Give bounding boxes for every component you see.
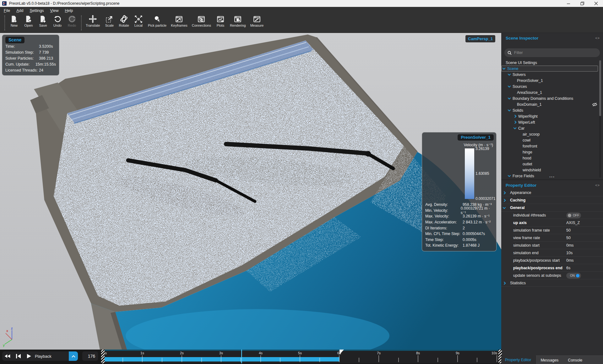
stat-row: Simulation Step: 7 739 [5, 49, 56, 55]
skip-to-start-icon [16, 354, 21, 359]
property-editor-header: Property Editor <> [501, 179, 603, 190]
tree-item-wiperleft[interactable]: WiperLeft [501, 119, 601, 125]
pick-particle-button[interactable]: Pick particle [146, 14, 169, 27]
chevron-down-icon[interactable] [503, 206, 506, 209]
open-button[interactable]: Open [21, 14, 36, 27]
rotate-button[interactable]: Rotate [117, 14, 131, 27]
plots-icon [216, 15, 225, 23]
open-document-icon [24, 15, 33, 23]
undo-button[interactable]: Undo [50, 14, 65, 27]
plots-button[interactable]: Plots [213, 14, 228, 27]
chevron-right-icon[interactable] [503, 199, 506, 202]
timeline-left-handle[interactable] [101, 350, 105, 363]
chevron-down-icon[interactable] [513, 126, 517, 129]
measure-button[interactable]: Measure [248, 14, 266, 27]
save-button[interactable]: Save [36, 14, 50, 27]
toggle-knob [576, 274, 579, 277]
tree-item-scene[interactable]: Scene [501, 66, 598, 72]
tree-item-boxdomain-1[interactable]: BoxDomain_1 [501, 101, 601, 107]
skip-to-start-button[interactable] [13, 351, 24, 361]
chevron-down-icon[interactable] [508, 84, 511, 88]
local-button[interactable]: Local [131, 14, 146, 27]
chevron-down-icon[interactable] [503, 67, 506, 70]
tree-item-car[interactable]: Car [501, 125, 601, 131]
tree-item-outlet[interactable]: outlet [501, 161, 601, 167]
tree-item-solvers[interactable]: Solvers [501, 72, 601, 78]
timeline[interactable]: 0s 1s 2s 3s 4s 5s 6s 7s 8s 9s 10s [101, 350, 502, 364]
prop-update-sensors-at-substeps[interactable]: update sensors at substeps ON [501, 272, 603, 279]
tab-property-editor[interactable]: Property Editor [501, 356, 536, 364]
filter-box[interactable] [504, 48, 600, 57]
rewind-button[interactable] [2, 351, 13, 361]
tree-item-scene-ui-settings[interactable]: Scene UI Settings [501, 60, 601, 66]
filter-input[interactable] [514, 51, 589, 55]
chevron-right-icon[interactable] [503, 281, 506, 285]
prop-simulation-frame-rate[interactable]: simulation frame rate 50 [501, 227, 603, 234]
scrollbar-thumb[interactable] [599, 60, 601, 116]
prop-playback-postprocess-start[interactable]: playback/postprocess start 0ms [501, 257, 603, 264]
section-caching[interactable]: Caching [501, 196, 603, 204]
prop-individual-threads[interactable]: individual #threads OFF [501, 211, 603, 219]
tab-console[interactable]: Console [563, 356, 587, 364]
minimize-button[interactable] [562, 0, 575, 7]
chevron-right-icon[interactable] [513, 121, 517, 124]
tree-item-wiperright[interactable]: WiperRight [501, 113, 601, 119]
close-button[interactable] [589, 0, 603, 7]
connections-button[interactable]: Connections [190, 14, 213, 27]
section-statistics[interactable]: Statistics [501, 279, 603, 287]
play-button[interactable] [24, 351, 34, 361]
panel-splitter[interactable]: ... [501, 174, 603, 178]
tree-item-hood[interactable]: hood [501, 155, 601, 161]
prop-simulation-start[interactable]: simulation start 0ms [501, 242, 603, 249]
camera-badge[interactable]: CamPersp_1 [465, 35, 495, 42]
scale-button[interactable]: Scale [102, 14, 117, 27]
menu-file[interactable]: File [1, 8, 13, 14]
prop-up-axis[interactable]: up axis AXIS_Z [501, 219, 603, 227]
tree-item-air-scoop[interactable]: air_scoop [501, 131, 601, 137]
menu-view[interactable]: View [47, 8, 62, 14]
translate-button[interactable]: Translate [84, 14, 102, 27]
chevron-down-icon[interactable] [508, 96, 511, 99]
measure-icon [252, 15, 262, 23]
chevron-down-icon[interactable] [508, 72, 511, 76]
tree-item-boundary-domains[interactable]: Boundary Domains and Conditions [501, 95, 601, 101]
section-general[interactable]: General [501, 204, 603, 211]
viewport-3d[interactable]: Scene Time: 3.5200s Simulation Step: 7 7… [0, 33, 502, 350]
hidden-eye-icon[interactable] [592, 102, 597, 107]
tab-messages[interactable]: Messages [536, 356, 563, 364]
tree-scrollbar[interactable] [599, 60, 601, 178]
chevron-down-icon[interactable] [508, 108, 511, 111]
restore-button[interactable] [575, 0, 589, 7]
chevron-right-icon[interactable] [503, 191, 506, 194]
redo-button[interactable]: Redo [65, 14, 79, 27]
tree-item-hinge[interactable]: hinge [501, 149, 601, 155]
svg-text:x: x [6, 329, 8, 333]
new-button[interactable]: New [7, 14, 21, 27]
prop-view-frame-rate[interactable]: view frame rate 50 [501, 234, 603, 242]
keyframes-button[interactable]: Keyframes [169, 14, 190, 27]
tree-item-forefront[interactable]: forefront [501, 143, 601, 149]
prop-simulation-end[interactable]: simulation end 10s [501, 249, 603, 257]
menu-help[interactable]: Help [62, 8, 76, 14]
toggle-off[interactable]: OFF [566, 212, 581, 218]
rendering-button[interactable]: Rendering [228, 14, 248, 27]
tree-item-cowl[interactable]: cowl [501, 137, 601, 143]
section-appearance[interactable]: Appearance [501, 189, 603, 196]
toggle-on[interactable]: ON [566, 273, 581, 279]
tree-item-windshield[interactable]: windshield [501, 167, 601, 173]
prop-playback-postprocess-end[interactable]: playback/postprocess end 6s [501, 264, 603, 272]
chevron-right-icon[interactable] [513, 115, 517, 118]
title-bar: PreonLab v5.0.0-beta18 - D:/PreonScenes/… [0, 0, 603, 7]
tree-item-sources[interactable]: Sources [501, 83, 601, 89]
collapse-panel-icon[interactable]: <> [595, 183, 600, 187]
tree-item-areasource-1[interactable]: AreaSource_1 [501, 89, 601, 95]
tree-item-preonsolver-1[interactable]: PreonSolver_1 [501, 78, 601, 83]
menu-add[interactable]: Add [13, 8, 26, 14]
frame-number-field[interactable]: 176 [82, 351, 98, 361]
menu-settings[interactable]: Settings [26, 8, 47, 14]
collapse-panel-icon[interactable]: <> [595, 36, 600, 40]
save-document-icon [38, 15, 48, 23]
playback-expand-button[interactable] [69, 351, 78, 361]
sidebar: Scene Inspector <> Scene UI Settings Sce… [501, 33, 603, 356]
tree-item-solids[interactable]: Solids [501, 107, 601, 113]
